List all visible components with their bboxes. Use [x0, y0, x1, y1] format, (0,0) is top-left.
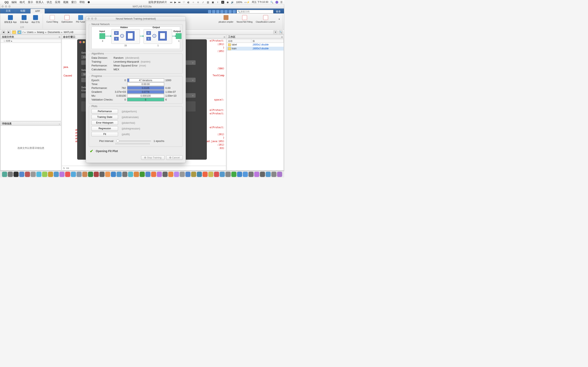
status-icon-2[interactable]: ○ [192, 1, 195, 4]
search-docs-input[interactable]: 🔍 搜索文档 [237, 10, 273, 13]
battery-icon[interactable]: ▭⚡ [244, 1, 250, 4]
media-play-icon[interactable]: ▶ [174, 1, 176, 4]
menu-contacts[interactable]: 联系人 [36, 0, 44, 4]
crumb-user[interactable]: lixiang [37, 31, 44, 34]
dock-app-10[interactable] [60, 172, 65, 177]
dock-app-30[interactable] [174, 172, 179, 177]
regression-plot-button[interactable]: Regression [91, 126, 118, 131]
dock-app-22[interactable] [128, 172, 133, 177]
panel-collapse-icon[interactable]: ⌄ [59, 123, 60, 125]
crumb-matlab[interactable]: MATLAB [64, 31, 73, 34]
dock-app-18[interactable] [105, 172, 110, 177]
dock-app-5[interactable] [31, 172, 36, 177]
menu-apps[interactable]: 应用 [55, 0, 60, 4]
fx-icon[interactable]: fx [63, 167, 65, 170]
qa-cut-icon[interactable] [212, 10, 215, 13]
dock-app-42[interactable] [243, 172, 248, 177]
optimization-button[interactable]: Optimization [60, 14, 74, 24]
status-icon-3[interactable]: ⎋ [197, 1, 200, 4]
dock-app-19[interactable] [111, 172, 116, 177]
dock-app-39[interactable] [225, 172, 231, 177]
dock-app-21[interactable] [122, 172, 127, 177]
qa-redo-icon[interactable] [228, 10, 232, 13]
classification-button[interactable]: Classification Learner [255, 14, 277, 24]
dock-app-36[interactable] [208, 172, 213, 177]
menu-status[interactable]: 状态 [47, 0, 52, 4]
dock-app-44[interactable] [254, 172, 259, 177]
zoom-icon[interactable] [8, 5, 11, 8]
dock-app-33[interactable] [191, 172, 196, 177]
dock-app-4[interactable] [25, 172, 30, 177]
zoom-icon[interactable] [95, 17, 97, 20]
dock-app-16[interactable] [94, 172, 99, 177]
qa-help-icon[interactable] [233, 10, 236, 13]
close-icon[interactable] [1, 5, 4, 8]
dock-app-43[interactable] [249, 172, 254, 177]
dock-app-38[interactable] [220, 172, 225, 177]
display-icon[interactable]: ▥ [207, 1, 209, 4]
input-method-icon[interactable]: A [221, 1, 224, 4]
nav-fwd-button[interactable]: ▶ [7, 30, 11, 34]
dock-app-9[interactable] [54, 172, 59, 177]
curve-fitting-button[interactable]: Curve Fitting [45, 14, 60, 24]
dock-app-17[interactable] [99, 172, 104, 177]
folder-up-icon[interactable]: 📁 [12, 30, 16, 34]
tab-app[interactable]: APP [30, 9, 45, 13]
panel-menu-icon[interactable]: ⊙ [281, 36, 283, 38]
path-dropdown-button[interactable]: ▾ [273, 30, 277, 34]
file-col-name[interactable]: □ 名称 ▴ [4, 39, 12, 42]
command-input[interactable]: fx>> [62, 166, 226, 170]
crumb-root[interactable]: / [23, 31, 23, 34]
dock-app-8[interactable] [48, 172, 53, 177]
nn-fitting-button[interactable]: Neural Net Fitting [235, 14, 254, 24]
panel-menu-icon[interactable]: ⊙ [59, 36, 60, 38]
dock-app-45[interactable] [260, 172, 265, 177]
performance-plot-button[interactable]: Performance [91, 109, 118, 114]
addon-icon[interactable]: ⬢ [87, 1, 90, 4]
ws-col-value[interactable]: 值 [251, 39, 284, 43]
dock-app-40[interactable] [231, 172, 236, 177]
dock-app-26[interactable] [151, 172, 156, 177]
install-app-button[interactable]: 安装 App [19, 14, 30, 25]
crumb-users[interactable]: Users [27, 31, 33, 34]
００-icon[interactable]: ⎎ [202, 1, 205, 4]
notification-center-icon[interactable]: ☰ [280, 1, 283, 4]
spotlight-icon[interactable]: 🔍 [270, 1, 273, 4]
dock-app-12[interactable] [71, 172, 76, 177]
app-name-menu[interactable]: QQ [4, 1, 9, 4]
screen-icon[interactable]: ▣ [212, 1, 214, 4]
menu-window[interactable]: 窗口 [71, 0, 77, 4]
dock-app-37[interactable] [214, 172, 219, 177]
media-next-icon[interactable]: ⏭ [178, 1, 181, 4]
status-icon-1[interactable]: ◐ [187, 1, 190, 4]
qa-save-icon[interactable] [208, 10, 211, 13]
dock-app-46[interactable] [266, 172, 271, 177]
siri-icon[interactable] [276, 1, 278, 4]
dock-app-11[interactable] [65, 172, 70, 177]
ws-row-label[interactable]: label 1600x1 double [227, 43, 284, 47]
dock-app-35[interactable] [203, 172, 208, 177]
dock-app-47[interactable] [271, 172, 277, 177]
qa-copy-icon[interactable] [216, 10, 219, 13]
dock-app-14[interactable] [82, 172, 87, 177]
dock-app-7[interactable] [42, 172, 47, 177]
qa-undo-icon[interactable] [224, 10, 228, 13]
dock-app-24[interactable] [140, 172, 145, 177]
media-prev-icon[interactable]: ⏮ [170, 1, 172, 4]
minimize-icon[interactable] [5, 5, 7, 8]
dock-app-13[interactable] [77, 172, 82, 177]
close-icon[interactable] [87, 17, 90, 20]
dock-app-27[interactable] [157, 172, 162, 177]
menu-video[interactable]: 视频 [63, 0, 68, 4]
dock-app-32[interactable] [185, 172, 190, 177]
panel-menu-icon[interactable]: ⊙ [224, 36, 225, 38]
training-state-plot-button[interactable]: Training State [91, 115, 118, 119]
menu-help[interactable]: 帮助 [79, 0, 85, 4]
minimize-icon[interactable] [83, 41, 85, 43]
clock[interactable]: 周五 下午10:30 [252, 0, 268, 4]
menu-edit[interactable]: 编辑 [11, 0, 17, 4]
toolstrip-dropdown-button[interactable]: ▾ [277, 14, 281, 24]
login-link[interactable]: 登录 [274, 10, 282, 13]
qa-paste-icon[interactable] [220, 10, 224, 13]
dock-app-23[interactable] [134, 172, 139, 177]
